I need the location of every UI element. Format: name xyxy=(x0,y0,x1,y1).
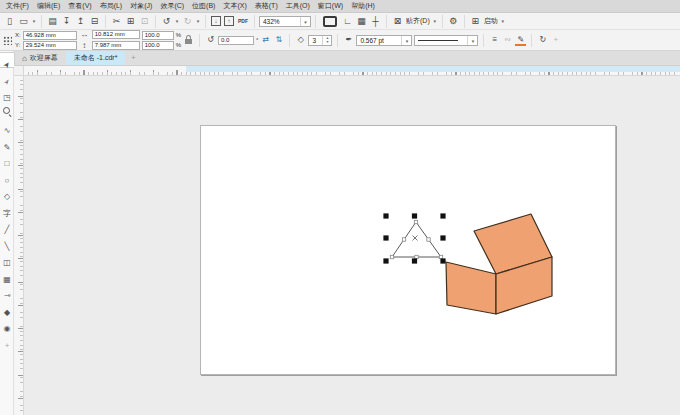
publish-pdf-button[interactable]: PDF xyxy=(238,18,248,24)
menu-view[interactable]: 查看(V) xyxy=(64,0,95,12)
show-rulers-toggle[interactable]: ∟ xyxy=(341,14,354,28)
close-curve-icon[interactable]: ∾ xyxy=(502,35,513,45)
connector-tool[interactable]: ╲ xyxy=(0,235,14,249)
polygon-tool[interactable]: ◇ xyxy=(0,185,14,199)
shape-tool[interactable]: ➢ xyxy=(0,70,14,84)
selection-handle[interactable] xyxy=(440,213,445,218)
ellipse-tool[interactable]: ○ xyxy=(0,169,14,183)
tab-document-untitled[interactable]: 未命名 -1.cdr* xyxy=(66,51,126,65)
polygon-node[interactable] xyxy=(427,238,430,241)
save-button[interactable]: ▤ xyxy=(46,14,59,28)
menu-text[interactable]: 文本(X) xyxy=(219,0,250,12)
menu-bitmaps[interactable]: 位图(B) xyxy=(188,0,219,12)
show-guidelines-toggle[interactable]: ┼ xyxy=(369,14,382,28)
print-button[interactable]: ⊟ xyxy=(88,14,101,28)
ruler-origin-corner[interactable] xyxy=(14,66,24,76)
height-field[interactable]: 7.987 mm xyxy=(92,41,140,50)
launcher-icon[interactable]: ⊞ xyxy=(469,14,482,28)
line-style-caret[interactable]: ▾ xyxy=(467,36,477,45)
selection-handle[interactable] xyxy=(440,258,445,263)
pick-tool[interactable]: ➤ xyxy=(0,53,14,67)
x-position-field[interactable]: 46.928 mm xyxy=(23,31,77,40)
polygon-node[interactable] xyxy=(415,255,418,258)
launch-dropdown-caret[interactable]: ▾ xyxy=(500,18,506,24)
new-document-button[interactable]: ▯ xyxy=(3,14,16,28)
pattern-fill-tool[interactable]: ▦ xyxy=(0,268,14,282)
convert-to-curves-icon[interactable]: ↻ xyxy=(537,35,548,45)
fullscreen-preview-button[interactable] xyxy=(323,16,337,27)
width-field[interactable]: 10.812 mm xyxy=(92,30,140,39)
menu-window[interactable]: 窗口(W) xyxy=(314,0,347,12)
outline-pen-tool[interactable]: ◉ xyxy=(0,317,14,331)
mirror-horizontal-button[interactable]: ⇄ xyxy=(260,35,271,45)
box-left-face[interactable] xyxy=(446,262,496,314)
drawing-area[interactable] xyxy=(24,76,680,415)
menu-object[interactable]: 对象(J) xyxy=(126,0,156,12)
line-style-combo[interactable]: ▾ xyxy=(414,35,478,46)
polygon-points-field[interactable]: 3 ▴ ▾ xyxy=(308,35,332,46)
open-button[interactable]: ▭ xyxy=(17,14,30,28)
polygon-node[interactable] xyxy=(402,238,405,241)
quick-customize-icon[interactable]: ✎ xyxy=(515,35,526,46)
snap-dropdown-caret[interactable]: ▾ xyxy=(432,18,438,24)
y-position-field[interactable]: 29.524 mm xyxy=(23,41,77,50)
show-grid-toggle[interactable]: ▦ xyxy=(355,14,368,28)
zoom-level-combo[interactable]: 432% ▾ xyxy=(259,16,311,27)
add-tool-button[interactable]: + xyxy=(0,334,14,348)
menu-effects[interactable]: 效果(C) xyxy=(156,0,188,12)
scale-h-field[interactable]: 100.0 xyxy=(142,31,174,40)
rectangle-tool[interactable]: □ xyxy=(0,152,14,166)
redo-dropdown-caret[interactable]: ▾ xyxy=(195,18,201,24)
selection-handle[interactable] xyxy=(412,213,417,218)
outline-width-combo[interactable]: 0.567 pt ▾ xyxy=(356,35,412,46)
selection-handle[interactable] xyxy=(412,258,417,263)
freehand-tool[interactable]: ∿ xyxy=(0,119,14,133)
polygon-node[interactable] xyxy=(390,255,393,258)
selection-handle[interactable] xyxy=(383,258,388,263)
paste-button[interactable]: ⊡ xyxy=(138,14,151,28)
polygon-node[interactable] xyxy=(439,255,442,258)
menu-edit[interactable]: 编辑(E) xyxy=(33,0,64,12)
outline-width-caret[interactable]: ▾ xyxy=(401,36,411,45)
import-button[interactable]: ↧ xyxy=(60,14,73,28)
menu-table[interactable]: 表格(T) xyxy=(251,0,282,12)
copy-button[interactable]: ⊞ xyxy=(124,14,137,28)
snap-to-dropdown[interactable]: 贴齐(D) xyxy=(405,16,431,26)
selection-handle[interactable] xyxy=(383,235,388,240)
vertical-ruler[interactable] xyxy=(14,76,24,415)
add-control-button[interactable]: + xyxy=(550,35,561,45)
horizontal-ruler[interactable] xyxy=(24,66,680,76)
transparency-tool[interactable]: ◫ xyxy=(0,251,14,265)
undo-button[interactable]: ↺ xyxy=(160,14,173,28)
crop-tool[interactable]: ◳ xyxy=(0,86,14,100)
interactive-fill-tool[interactable]: ◆ xyxy=(0,301,14,315)
import-boxed-icon[interactable]: ↓ xyxy=(211,16,221,26)
cut-button[interactable]: ✂ xyxy=(110,14,123,28)
lock-ratio-icon[interactable] xyxy=(185,39,192,44)
snap-image-icon[interactable]: ⊠ xyxy=(391,14,404,28)
menu-help[interactable]: 帮助(H) xyxy=(347,0,379,12)
zoom-tool[interactable] xyxy=(0,103,14,117)
rotation-angle-field[interactable]: 0.0 xyxy=(218,36,254,45)
menu-layout[interactable]: 布局(L) xyxy=(96,0,127,12)
menu-file[interactable]: 文件(F) xyxy=(2,0,33,12)
object-position-icon[interactable] xyxy=(3,36,12,45)
open-dropdown-caret[interactable]: ▾ xyxy=(31,18,37,24)
spinner-arrows[interactable]: ▴ ▾ xyxy=(322,36,331,45)
eyedropper-tool[interactable]: ⊸ xyxy=(0,284,14,298)
spin-down-icon[interactable]: ▾ xyxy=(326,40,328,44)
selection-handle[interactable] xyxy=(440,235,445,240)
export-boxed-icon[interactable]: ↑ xyxy=(224,16,234,26)
selection-handle[interactable] xyxy=(383,213,388,218)
zoom-combo-caret[interactable]: ▾ xyxy=(300,17,310,26)
launch-dropdown[interactable]: 启动 xyxy=(483,16,499,26)
options-gear-button[interactable]: ⚙ xyxy=(447,14,460,28)
wrap-text-icon[interactable]: ≡ xyxy=(489,35,500,45)
text-tool[interactable]: 字 xyxy=(0,202,14,216)
polygon-node[interactable] xyxy=(414,220,417,223)
scale-v-field[interactable]: 100.0 xyxy=(142,41,174,50)
redo-button[interactable]: ↻ xyxy=(181,14,194,28)
menu-tools[interactable]: 工具(O) xyxy=(282,0,314,12)
export-button[interactable]: ↥ xyxy=(74,14,87,28)
artistic-media-tool[interactable]: ✎ xyxy=(0,136,14,150)
